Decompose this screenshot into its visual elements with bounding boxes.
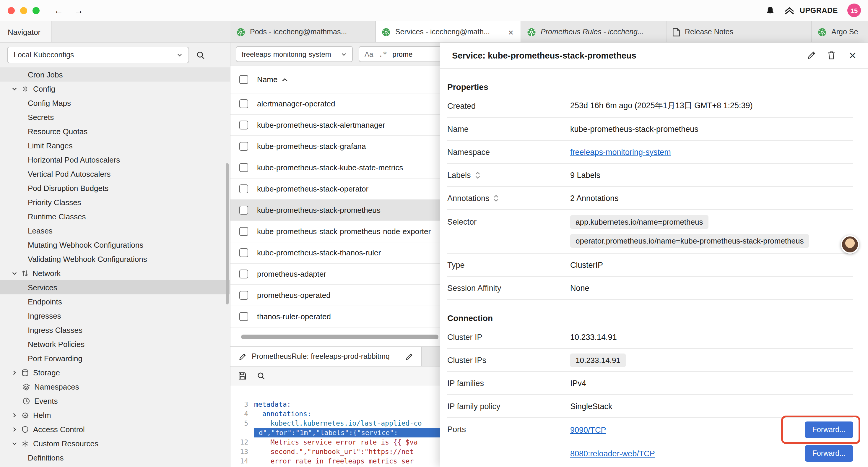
sidebar-item-storage[interactable]: Storage — [0, 365, 230, 380]
edit-pencil-icon[interactable] — [807, 51, 816, 60]
tab-pods[interactable]: Pods - icecheng@mathmas... — [230, 21, 376, 42]
property-label: Labels — [447, 171, 471, 179]
row-checkbox[interactable] — [239, 121, 248, 129]
row-checkbox[interactable] — [239, 184, 248, 193]
table-row[interactable]: thanos-ruler-operated — [230, 306, 440, 327]
notification-count-badge[interactable]: 15 — [847, 4, 861, 17]
port-link[interactable]: 8080:reloader-web/TCP — [570, 449, 655, 458]
sidebar-item-mutating-webhook-configurations[interactable]: Mutating Webhook Configurations — [0, 238, 230, 252]
maximize-window-button[interactable] — [32, 7, 39, 14]
notifications-bell-icon[interactable] — [766, 6, 775, 15]
sidebar-item-leases[interactable]: Leases — [0, 224, 230, 238]
search-input[interactable]: Aa .* prome — [359, 46, 440, 62]
chevron-down-icon[interactable] — [12, 270, 17, 276]
table-row[interactable]: prometheus-adapter — [230, 264, 440, 285]
property-value[interactable]: 2 Annotations — [570, 194, 853, 202]
match-case-toggle[interactable]: Aa — [365, 50, 373, 58]
row-checkbox[interactable] — [239, 248, 248, 257]
chevron-right-icon[interactable] — [12, 412, 17, 418]
row-checkbox[interactable] — [239, 291, 248, 300]
sidebar-item-pod-disruption-budgets[interactable]: Pod Disruption Budgets — [0, 181, 230, 195]
sidebar-item-ingresses[interactable]: Ingresses — [0, 309, 230, 323]
chevron-down-icon[interactable] — [12, 441, 17, 446]
yaml-editor[interactable]: 3metadata: 4annotations: 5kubectl.kubern… — [230, 385, 440, 466]
navigator-pane-header[interactable]: Navigator — [0, 21, 52, 42]
sidebar-item-limit-ranges[interactable]: Limit Ranges — [0, 138, 230, 152]
sidebar-item-priority-classes[interactable]: Priority Classes — [0, 195, 230, 209]
table-row[interactable]: prometheus-operated — [230, 285, 440, 306]
namespace-filter-dropdown[interactable]: freeleaps-monitoring-system — [236, 46, 353, 62]
forward-button-nav[interactable]: → — [74, 6, 83, 15]
sidebar-item-validating-webhook-configurations[interactable]: Validating Webhook Configurations — [0, 252, 230, 266]
sidebar-item-config[interactable]: Config — [0, 82, 230, 96]
sidebar-item-custom-resources[interactable]: Custom Resources — [0, 436, 230, 450]
sidebar-item-definitions[interactable]: Definitions — [0, 450, 230, 465]
row-checkbox[interactable] — [239, 99, 248, 108]
back-button[interactable]: ← — [54, 6, 63, 15]
expand-collapse-icon[interactable] — [475, 171, 480, 179]
row-checkbox[interactable] — [239, 312, 248, 321]
close-tab-icon[interactable]: × — [507, 27, 515, 37]
property-value[interactable]: 9 Labels — [570, 171, 853, 179]
tab-services[interactable]: Services - icecheng@math... × — [376, 21, 521, 42]
sidebar-item-horizontal-pod-autoscalers[interactable]: Horizontal Pod Autoscalers — [0, 152, 230, 167]
name-column-header[interactable]: Name — [257, 75, 287, 84]
table-row-selected[interactable]: kube-prometheus-stack-prometheus — [230, 200, 440, 221]
row-checkbox[interactable] — [239, 163, 248, 172]
namespace-link[interactable]: freeleaps-monitoring-system — [570, 147, 671, 156]
chevron-right-icon[interactable] — [12, 370, 17, 375]
sidebar-item-network[interactable]: Network — [0, 266, 230, 280]
close-window-button[interactable] — [8, 7, 15, 14]
drawer-close-icon[interactable]: × — [849, 49, 856, 61]
trash-icon[interactable] — [827, 51, 835, 60]
upgrade-button[interactable]: UPGRADE — [784, 6, 838, 14]
row-checkbox[interactable] — [239, 269, 248, 279]
minimize-window-button[interactable] — [20, 7, 27, 14]
sidebar-item-resource-quotas[interactable]: Resource Quotas — [0, 124, 230, 138]
table-row[interactable]: alertmanager-operated — [230, 93, 440, 115]
row-checkbox[interactable] — [239, 206, 248, 214]
table-row[interactable]: kube-prometheus-stack-thanos-ruler — [230, 242, 440, 264]
editor-tab-partial[interactable] — [399, 347, 422, 366]
sidebar-item-vertical-pod-autoscalers[interactable]: Vertical Pod Autoscalers — [0, 167, 230, 181]
table-row[interactable]: kube-prometheus-stack-grafana — [230, 136, 440, 157]
sidebar-scrollbar[interactable] — [226, 163, 229, 304]
kubeconfig-selector[interactable]: Local Kubeconfigs — [7, 47, 189, 63]
select-all-checkbox[interactable] — [239, 75, 248, 84]
editor-tab-prometheusrule[interactable]: PrometheusRule: freeleaps-prod-rabbitmq — [230, 347, 399, 366]
regex-toggle[interactable]: .* — [378, 50, 387, 58]
table-row[interactable]: kube-prometheus-stack-kube-state-metrics — [230, 157, 440, 178]
table-row[interactable]: kube-prometheus-stack-operator — [230, 178, 440, 200]
editor-search-icon[interactable] — [257, 372, 265, 380]
tab-release-notes[interactable]: Release Notes — [666, 21, 812, 42]
save-icon[interactable] — [238, 372, 246, 380]
tab-argo[interactable]: Argo Se — [812, 21, 868, 42]
sidebar-item-ingress-classes[interactable]: Ingress Classes — [0, 323, 230, 337]
sidebar-item-services[interactable]: Services — [0, 280, 230, 294]
table-row[interactable]: kube-prometheus-stack-alertmanager — [230, 115, 440, 136]
sidebar-item-network-policies[interactable]: Network Policies — [0, 337, 230, 351]
expand-collapse-icon[interactable] — [494, 194, 499, 202]
sidebar-item-namespaces[interactable]: Namespaces — [0, 380, 230, 394]
sidebar-item-endpoints[interactable]: Endpoints — [0, 294, 230, 309]
sidebar-item-access-control[interactable]: Access Control — [0, 422, 230, 436]
row-checkbox[interactable] — [239, 227, 248, 236]
sidebar-item-events[interactable]: Events — [0, 394, 230, 408]
search-icon[interactable] — [196, 51, 205, 59]
forward-button[interactable]: Forward... — [804, 445, 853, 462]
sidebar-item-runtime-classes[interactable]: Runtime Classes — [0, 209, 230, 224]
chevron-down-icon[interactable] — [12, 86, 17, 91]
sidebar-item-secrets[interactable]: Secrets — [0, 110, 230, 124]
port-link[interactable]: 9090/TCP — [570, 425, 606, 434]
sidebar-item-port-forwarding[interactable]: Port Forwarding — [0, 351, 230, 365]
row-checkbox[interactable] — [239, 142, 248, 151]
sidebar-item-config-maps[interactable]: Config Maps — [0, 96, 230, 110]
sidebar-item-helm[interactable]: Helm — [0, 408, 230, 422]
forward-button[interactable]: Forward... — [804, 421, 853, 438]
floating-avatar[interactable] — [841, 235, 859, 254]
table-row[interactable]: kube-prometheus-stack-prometheus-node-ex… — [230, 221, 440, 242]
sidebar-item-cron-jobs[interactable]: Cron Jobs — [0, 67, 230, 82]
chevron-right-icon[interactable] — [12, 427, 17, 432]
horizontal-scrollbar[interactable] — [241, 334, 438, 339]
tab-prometheus-rules[interactable]: Prometheus Rules - icecheng... — [521, 21, 666, 42]
